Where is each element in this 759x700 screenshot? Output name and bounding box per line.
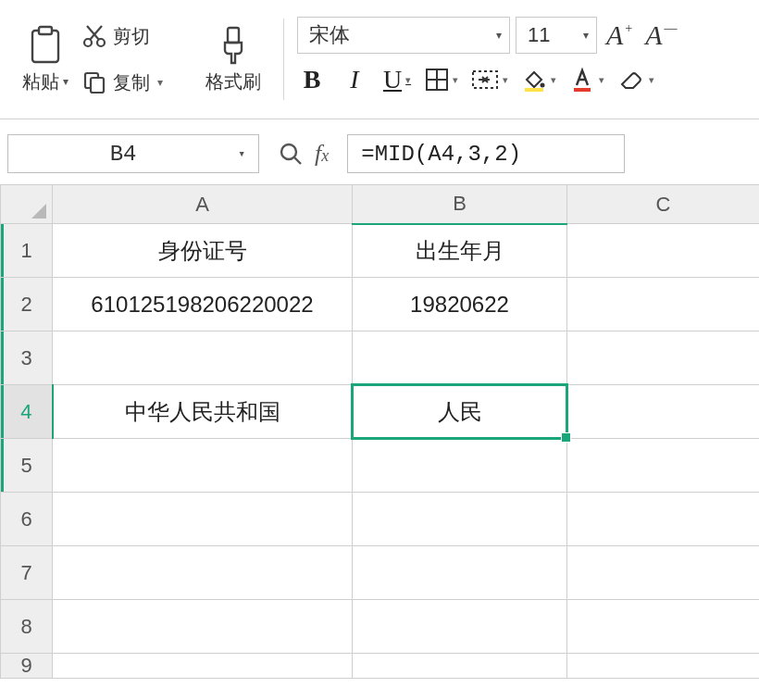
formula-bar-input[interactable]: =MID(A4,3,2) (347, 134, 625, 173)
row-header-8[interactable]: 8 (1, 600, 53, 654)
copy-label: 复制 (113, 70, 150, 95)
merge-icon (471, 68, 499, 92)
row-header-6[interactable]: 6 (1, 493, 53, 546)
scissors-icon (81, 23, 107, 49)
svg-rect-15 (574, 88, 591, 92)
fx-icon[interactable]: fx (315, 140, 329, 168)
formula-tools: fx (278, 140, 329, 168)
bucket-icon (521, 67, 547, 93)
cut-label: 剪切 (113, 24, 150, 49)
formula-bar-value: =MID(A4,3,2) (361, 142, 521, 167)
row-header-7[interactable]: 7 (1, 546, 53, 600)
cell-B9[interactable] (353, 654, 567, 679)
copy-button[interactable]: 复制 ▾ (76, 66, 196, 99)
cell-C5[interactable] (567, 439, 760, 493)
cell-C9[interactable] (567, 654, 760, 679)
cell-C2[interactable] (567, 278, 760, 331)
row-header-2[interactable]: 2 (1, 278, 53, 331)
italic-button[interactable]: I (340, 63, 369, 96)
font-group: 宋体 ▾ 11 ▾ A+ A— B I U (297, 13, 744, 106)
cell-B3[interactable] (353, 331, 567, 385)
cut-button[interactable]: 剪切 (76, 19, 196, 53)
font-size-combo[interactable]: 11 ▾ (516, 17, 597, 54)
font-color-icon (569, 67, 595, 93)
cell-C1[interactable] (567, 224, 760, 278)
cell-B7[interactable] (353, 546, 567, 600)
cell-C6[interactable] (567, 493, 760, 546)
paste-label: 粘贴 (22, 69, 68, 94)
chevron-down-icon: ▾ (583, 29, 589, 42)
chevron-down-icon: ▾ (496, 29, 502, 42)
borders-icon (425, 68, 449, 92)
underline-button[interactable]: U (382, 63, 412, 96)
svg-point-16 (281, 144, 296, 159)
col-header-C[interactable]: C (567, 185, 760, 224)
col-header-B[interactable]: B (353, 185, 567, 224)
font-size-value: 11 (528, 23, 550, 47)
chevron-down-icon: ▾ (157, 76, 163, 89)
cell-B4[interactable]: 人民 (353, 385, 567, 439)
col-header-A[interactable]: A (53, 185, 353, 224)
cell-A7[interactable] (53, 546, 353, 600)
paste-button[interactable]: 粘贴 (15, 13, 76, 106)
cell-C7[interactable] (567, 546, 760, 600)
clipboard-group: 粘贴 剪切 复制 ▾ (15, 13, 270, 106)
svg-rect-7 (91, 78, 104, 93)
svg-point-13 (541, 83, 545, 88)
cell-B8[interactable] (353, 600, 567, 654)
font-color-button[interactable] (569, 63, 604, 96)
name-box-value: B4 (8, 142, 238, 167)
increase-font-button[interactable]: A+ (603, 19, 636, 51)
name-box[interactable]: B4 ▾ (7, 134, 259, 173)
spreadsheet-grid: A B C 1 身份证号 出生年月 2 610125198206220022 1… (0, 184, 759, 679)
cell-C8[interactable] (567, 600, 760, 654)
cell-C3[interactable] (567, 331, 760, 385)
chevron-down-icon: ▾ (238, 146, 249, 161)
eraser-icon (617, 68, 645, 92)
row-header-3[interactable]: 3 (1, 331, 53, 385)
cell-A9[interactable] (53, 654, 353, 679)
svg-rect-8 (228, 28, 239, 43)
clipboard-icon (28, 25, 63, 66)
copy-icon (81, 69, 107, 95)
search-icon[interactable] (278, 141, 304, 167)
svg-line-4 (90, 26, 102, 40)
svg-rect-14 (525, 88, 543, 92)
format-painter-button[interactable]: 格式刷 (196, 13, 270, 106)
separator (283, 19, 284, 100)
cell-B6[interactable] (353, 493, 567, 546)
decrease-font-button[interactable]: A— (641, 19, 680, 51)
cell-A8[interactable] (53, 600, 353, 654)
cell-A2[interactable]: 610125198206220022 (53, 278, 353, 331)
format-painter-label: 格式刷 (205, 69, 261, 94)
borders-button[interactable] (425, 63, 458, 96)
cell-B1[interactable]: 出生年月 (353, 224, 567, 278)
select-all-corner[interactable] (1, 185, 53, 224)
svg-line-5 (87, 26, 99, 40)
cell-A3[interactable] (53, 331, 353, 385)
merge-cells-button[interactable] (471, 63, 508, 96)
font-name-combo[interactable]: 宋体 ▾ (297, 17, 510, 54)
reference-bar: B4 ▾ fx =MID(A4,3,2) (0, 119, 759, 184)
bold-button[interactable]: B (297, 63, 327, 96)
ribbon-toolbar: 粘贴 剪切 复制 ▾ (0, 0, 759, 113)
cell-B5[interactable] (353, 439, 567, 493)
cell-A1[interactable]: 身份证号 (53, 224, 353, 278)
cell-C4[interactable] (567, 385, 760, 439)
cell-A4[interactable]: 中华人民共和国 (53, 385, 353, 439)
cell-A6[interactable] (53, 493, 353, 546)
row-header-9[interactable]: 9 (1, 654, 53, 679)
font-name-value: 宋体 (309, 21, 350, 49)
row-header-5[interactable]: 5 (1, 439, 53, 493)
eraser-button[interactable] (617, 63, 654, 96)
cell-A5[interactable] (53, 439, 353, 493)
svg-rect-1 (39, 27, 52, 34)
row-header-1[interactable]: 1 (1, 224, 53, 278)
row-header-4[interactable]: 4 (1, 385, 53, 439)
paintbrush-icon (217, 25, 250, 66)
fill-color-button[interactable] (521, 63, 556, 96)
cell-B2[interactable]: 19820622 (353, 278, 567, 331)
svg-line-17 (294, 157, 301, 164)
